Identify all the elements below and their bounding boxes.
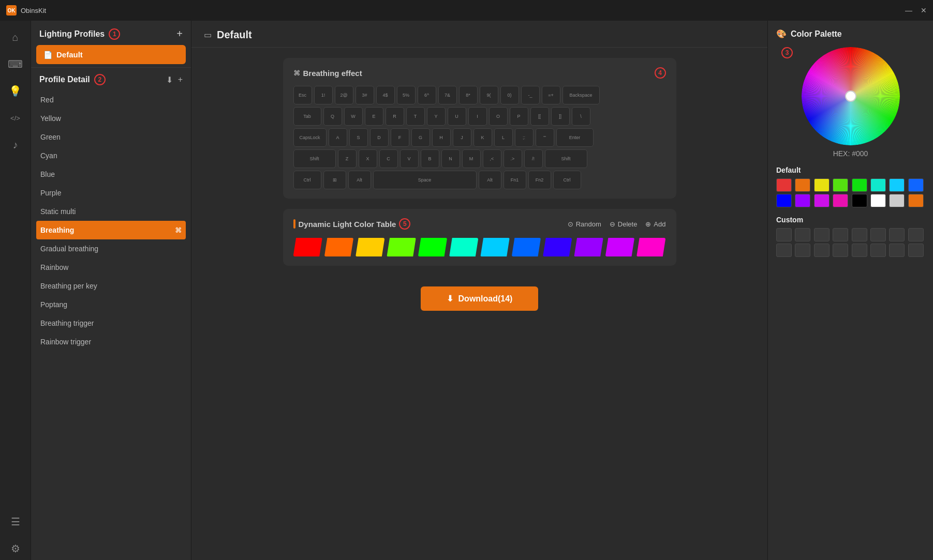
key-c[interactable]: C <box>379 149 398 168</box>
nav-media[interactable]: ♪ <box>4 133 27 156</box>
key-equal[interactable]: =+ <box>542 86 560 104</box>
key-t[interactable]: T <box>406 107 425 126</box>
palette-swatch[interactable] <box>814 178 830 192</box>
key-f[interactable]: F <box>391 128 409 147</box>
color-swatch-item[interactable] <box>636 238 665 256</box>
color-swatch-item[interactable] <box>387 238 416 256</box>
palette-swatch[interactable] <box>776 178 792 192</box>
nav-list[interactable]: ☰ <box>4 510 27 533</box>
key-backspace[interactable]: Backspace <box>562 86 600 104</box>
key-b[interactable]: B <box>421 149 439 168</box>
key-0[interactable]: 0) <box>500 86 519 104</box>
effect-item-red[interactable]: Red <box>31 90 191 109</box>
palette-swatch[interactable] <box>795 178 810 192</box>
key-4[interactable]: 4$ <box>376 86 395 104</box>
effect-item-static-multi[interactable]: Static multi <box>31 202 191 221</box>
effect-item-purple[interactable]: Purple <box>31 184 191 202</box>
key-s[interactable]: S <box>349 128 368 147</box>
key-9[interactable]: 9( <box>480 86 498 104</box>
effect-item-gradual-breathing[interactable]: Gradual breathing <box>31 239 191 258</box>
key-lshift[interactable]: Shift <box>293 149 336 168</box>
key-d[interactable]: D <box>370 128 389 147</box>
key-backslash[interactable]: \ <box>572 107 590 126</box>
key-p[interactable]: P <box>510 107 528 126</box>
key-space[interactable]: Space <box>373 171 477 189</box>
palette-swatch-empty[interactable] <box>814 228 830 241</box>
color-swatch-item[interactable] <box>449 238 478 256</box>
key-capslock[interactable]: CapsLock <box>293 128 327 147</box>
key-a[interactable]: A <box>329 128 347 147</box>
key-quote[interactable]: '" <box>536 128 554 147</box>
key-1[interactable]: 1! <box>314 86 333 104</box>
key-o[interactable]: O <box>489 107 508 126</box>
key-tab[interactable]: Tab <box>293 107 321 126</box>
palette-swatch-empty[interactable] <box>776 244 792 257</box>
effect-item-rainbow[interactable]: Rainbow <box>31 258 191 277</box>
nav-lighting[interactable]: 💡 <box>4 80 27 102</box>
key-rshift[interactable]: Shift <box>545 149 587 168</box>
add-color-button[interactable]: ⊕ Add <box>645 220 665 228</box>
key-lbracket[interactable]: [[ <box>530 107 549 126</box>
key-period[interactable]: .> <box>503 149 522 168</box>
key-x[interactable]: X <box>359 149 377 168</box>
key-3[interactable]: 3# <box>356 86 374 104</box>
key-minus[interactable]: -_ <box>521 86 540 104</box>
palette-swatch[interactable] <box>776 194 792 207</box>
nav-settings[interactable]: ⚙ <box>4 537 27 560</box>
effect-item-cyan[interactable]: Cyan <box>31 146 191 165</box>
nav-keyboard[interactable]: ⌨ <box>4 53 27 75</box>
key-e[interactable]: E <box>365 107 383 126</box>
key-k[interactable]: K <box>473 128 492 147</box>
color-swatch-item[interactable] <box>512 238 541 256</box>
key-v[interactable]: V <box>400 149 419 168</box>
key-l[interactable]: L <box>494 128 513 147</box>
key-8[interactable]: 8* <box>459 86 478 104</box>
color-swatch-item[interactable] <box>293 238 322 256</box>
key-esc[interactable]: Esc <box>293 86 312 104</box>
palette-swatch[interactable] <box>870 178 886 192</box>
palette-swatch-empty[interactable] <box>795 228 810 241</box>
random-button[interactable]: ⊙ Random <box>568 220 601 228</box>
effect-item-rainbow-trigger[interactable]: Rainbow trigger <box>31 332 191 351</box>
key-semicolon[interactable]: ;: <box>515 128 534 147</box>
key-comma[interactable]: ,< <box>483 149 501 168</box>
key-lctrl[interactable]: Ctrl <box>293 171 321 189</box>
key-rbracket[interactable]: ]] <box>551 107 570 126</box>
profile-item-default[interactable]: 📄 Default <box>36 45 186 64</box>
key-m[interactable]: M <box>462 149 481 168</box>
minimize-button[interactable]: — <box>905 6 912 14</box>
palette-swatch[interactable] <box>833 178 848 192</box>
effect-item-breathing-trigger[interactable]: Breathing trigger <box>31 314 191 332</box>
palette-swatch-empty[interactable] <box>833 228 848 241</box>
key-h[interactable]: H <box>432 128 451 147</box>
palette-swatch-empty[interactable] <box>889 244 905 257</box>
color-swatch-item[interactable] <box>480 238 509 256</box>
palette-swatch-empty[interactable] <box>852 244 867 257</box>
effect-item-yellow[interactable]: Yellow <box>31 109 191 128</box>
key-n[interactable]: N <box>441 149 460 168</box>
add-effect-button[interactable]: + <box>178 75 183 84</box>
key-7[interactable]: 7& <box>438 86 457 104</box>
palette-swatch[interactable] <box>852 194 867 207</box>
add-profile-button[interactable]: + <box>176 28 183 40</box>
color-wheel[interactable] <box>802 47 900 145</box>
download-button[interactable]: ⬇ Download(14) <box>421 286 539 311</box>
key-5[interactable]: 5% <box>397 86 416 104</box>
key-u[interactable]: U <box>448 107 466 126</box>
key-lalt[interactable]: Alt <box>348 171 371 189</box>
color-swatch-item[interactable] <box>543 238 572 256</box>
color-swatch-item[interactable] <box>574 238 603 256</box>
color-swatch-item[interactable] <box>605 238 634 256</box>
palette-swatch-empty[interactable] <box>814 244 830 257</box>
key-ralt[interactable]: Alt <box>479 171 501 189</box>
key-rctrl[interactable]: Ctrl <box>553 171 581 189</box>
key-i[interactable]: I <box>468 107 487 126</box>
key-w[interactable]: W <box>344 107 363 126</box>
color-swatch-item[interactable] <box>356 238 384 256</box>
palette-swatch-empty[interactable] <box>795 244 810 257</box>
palette-swatch[interactable] <box>833 194 848 207</box>
palette-swatch-empty[interactable] <box>908 228 924 241</box>
key-2[interactable]: 2@ <box>335 86 353 104</box>
key-z[interactable]: Z <box>338 149 357 168</box>
palette-swatch[interactable] <box>795 194 810 207</box>
